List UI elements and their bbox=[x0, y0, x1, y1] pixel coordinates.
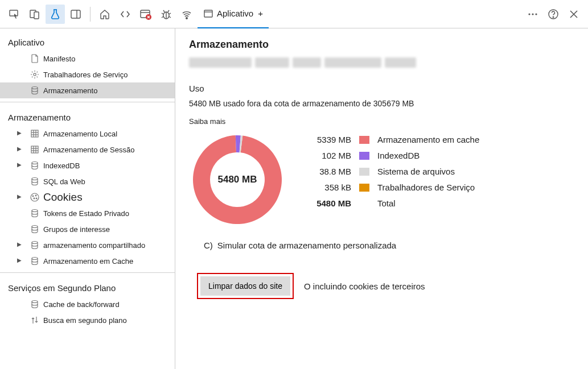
third-party-cookies-row[interactable]: O incluindo cookies de terceiros bbox=[304, 281, 425, 291]
grid-icon bbox=[30, 128, 40, 139]
sidebar-item-label: Trabalhadores de Serviço bbox=[43, 71, 128, 79]
legend-row: 38.8 MBSistema de arquivos bbox=[309, 167, 479, 176]
sidebar-item-label: Manifesto bbox=[43, 55, 75, 63]
devtools-toolbar: Aplicativo + bbox=[0, 0, 588, 28]
clear-button-highlight: Limpar dados do site bbox=[197, 273, 294, 299]
sidebar-item[interactable]: Cookies bbox=[0, 189, 175, 205]
legend-row: 358 kBTrabalhadores de Serviço bbox=[309, 183, 479, 192]
db-icon bbox=[30, 240, 40, 250]
sidebar-item-label: armazenamento compartilhado bbox=[43, 241, 145, 250]
elements-icon[interactable] bbox=[116, 5, 135, 24]
sidebar-item[interactable]: Busca em segundo plano bbox=[0, 312, 175, 328]
chevron-right-icon[interactable]: ▶ bbox=[17, 193, 22, 200]
origin-blurred bbox=[189, 57, 574, 68]
home-icon[interactable] bbox=[95, 5, 114, 24]
usage-value: 5480 bbox=[189, 99, 207, 108]
svg-rect-3 bbox=[71, 10, 80, 18]
gear-icon bbox=[30, 69, 40, 80]
legend-name: Sistema de arquivos bbox=[377, 167, 455, 176]
legend-row: 5339 MBArmazenamento em cache bbox=[309, 135, 479, 144]
svg-rect-11 bbox=[204, 10, 212, 17]
svg-point-40 bbox=[32, 258, 38, 260]
chevron-right-icon[interactable]: ▶ bbox=[17, 241, 22, 247]
sidebar-item[interactable]: armazenamento compartilhado bbox=[0, 237, 175, 253]
svg-point-37 bbox=[32, 210, 38, 212]
close-icon[interactable] bbox=[564, 5, 583, 24]
db-icon bbox=[30, 160, 40, 171]
usage-legend: 5339 MBArmazenamento em cache102 MBIndex… bbox=[309, 131, 479, 208]
legend-row: 102 MBIndexedDB bbox=[309, 151, 479, 160]
donut-center-label: 5480 MB bbox=[189, 131, 286, 228]
inspect-icon[interactable] bbox=[5, 5, 24, 24]
simulate-quota-row[interactable]: C) Simular cota de armazenamento persona… bbox=[204, 241, 574, 250]
grid-icon bbox=[30, 144, 40, 155]
svg-rect-0 bbox=[10, 10, 18, 16]
legend-name: IndexedDB bbox=[377, 151, 420, 160]
sidebar-item[interactable]: Tokens de Estado Privado bbox=[0, 205, 175, 221]
svg-point-36 bbox=[36, 198, 37, 199]
file-icon bbox=[30, 53, 40, 64]
legend-value: 102 MB bbox=[309, 151, 351, 160]
sidebar-item-label: Armazenamento bbox=[43, 86, 97, 95]
page-title: Armazenamento bbox=[189, 39, 574, 51]
sidebar-item-label: Cookies bbox=[43, 191, 83, 204]
legend-swatch bbox=[359, 136, 369, 144]
simulate-quota-label: Simular cota de armazenamento personaliz… bbox=[217, 241, 396, 250]
sidebar-group-title: Armazenamento bbox=[0, 106, 175, 126]
svg-point-39 bbox=[32, 242, 38, 244]
help-icon[interactable] bbox=[544, 5, 563, 24]
svg-point-32 bbox=[31, 193, 39, 201]
sidebar-item[interactable]: Armazenamento em Cache bbox=[0, 253, 175, 269]
legend-value: 358 kB bbox=[309, 183, 351, 192]
svg-point-19 bbox=[32, 87, 38, 89]
sidebar-item[interactable]: SQL da Web bbox=[0, 173, 175, 189]
panel-right-icon[interactable] bbox=[66, 5, 85, 24]
sidebar-item[interactable]: Grupos de interesse bbox=[0, 221, 175, 237]
svg-point-15 bbox=[535, 13, 537, 15]
sidebar-item[interactable]: Armazenamento bbox=[0, 82, 175, 98]
sidebar-item[interactable]: Trabalhadores de Serviço bbox=[0, 67, 175, 82]
sidebar-item[interactable]: Cache de back/forward bbox=[0, 296, 175, 312]
db-icon bbox=[30, 224, 40, 234]
sidebar-item[interactable]: Manifesto bbox=[0, 51, 175, 67]
db-icon bbox=[30, 208, 40, 218]
checkbox-placeholder: C) bbox=[204, 241, 213, 250]
legend-swatch bbox=[359, 168, 369, 176]
chevron-right-icon[interactable]: ▶ bbox=[17, 146, 22, 152]
svg-point-35 bbox=[34, 198, 35, 199]
legend-value: 5339 MB bbox=[309, 135, 351, 144]
sidebar-item-label: SQL da Web bbox=[43, 177, 85, 186]
tab-plus[interactable]: + bbox=[258, 9, 263, 18]
chevron-right-icon[interactable]: ▶ bbox=[17, 161, 22, 168]
svg-point-33 bbox=[32, 196, 34, 197]
sidebar-item[interactable]: Armazenamento Local bbox=[0, 126, 175, 142]
tab-application[interactable]: Aplicativo + bbox=[198, 0, 269, 28]
clear-site-data-button[interactable]: Limpar dados do site bbox=[200, 276, 290, 296]
sidebar-item-label: Busca em segundo plano bbox=[43, 316, 127, 325]
svg-point-31 bbox=[32, 178, 38, 180]
flask-icon[interactable] bbox=[46, 5, 65, 24]
window-icon bbox=[203, 9, 213, 19]
svg-point-14 bbox=[532, 13, 533, 15]
sidebar-item[interactable]: Armazenamento de Sessão bbox=[0, 142, 175, 157]
svg-rect-25 bbox=[31, 146, 38, 153]
chevron-right-icon[interactable]: ▶ bbox=[17, 130, 22, 136]
bug-icon[interactable] bbox=[157, 5, 176, 24]
sidebar: AplicativoManifestoTrabalhadores de Serv… bbox=[0, 28, 175, 369]
device-icon[interactable] bbox=[25, 5, 44, 24]
svg-point-10 bbox=[186, 17, 187, 18]
console-error-icon[interactable] bbox=[136, 5, 155, 24]
network-icon[interactable] bbox=[177, 5, 196, 24]
chevron-right-icon[interactable]: ▶ bbox=[17, 257, 22, 263]
db-icon bbox=[30, 85, 40, 96]
db-icon bbox=[30, 256, 40, 266]
sidebar-item[interactable]: IndexedDB bbox=[0, 157, 175, 173]
legend-total-row: 5480 MBTotal bbox=[309, 198, 479, 208]
svg-point-41 bbox=[32, 301, 38, 303]
svg-point-30 bbox=[32, 162, 38, 164]
learn-more-link[interactable]: Saiba mais bbox=[189, 117, 574, 126]
svg-point-34 bbox=[35, 195, 36, 196]
svg-point-38 bbox=[32, 226, 38, 228]
more-icon[interactable] bbox=[523, 5, 542, 24]
sidebar-item-label: Armazenamento Local bbox=[43, 130, 117, 138]
